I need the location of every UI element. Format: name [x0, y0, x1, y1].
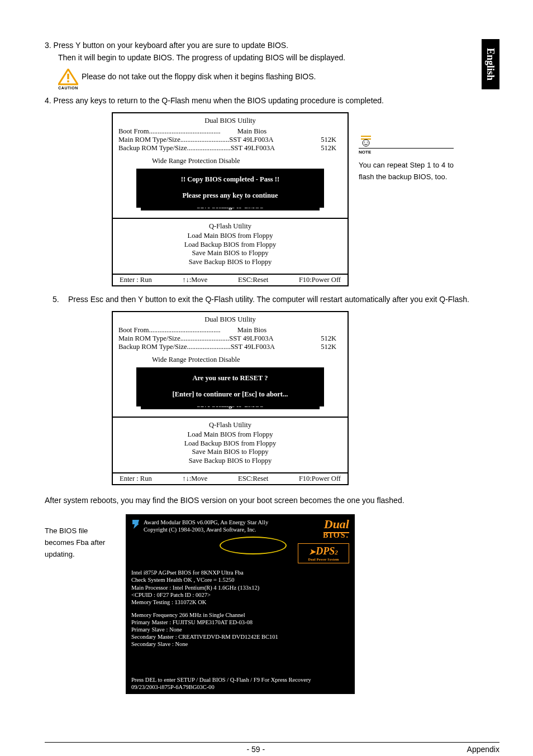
- bios-footer-esc: ESC:Reset: [238, 475, 268, 483]
- post-line: Secondary Master : CREATIVEDVD-RM DVD124…: [126, 633, 355, 640]
- bios-dialog-copy: !! Copy BIOS completed - Pass !! Please …: [136, 169, 324, 208]
- bios-cutoff-text: Save Settings to CMOS: [141, 406, 320, 409]
- bios-boot-from: Boot From...............................…: [118, 326, 342, 334]
- dialog2-line1: Are you sure to RESET ?: [141, 374, 320, 382]
- bios-boot-from: Boot From...............................…: [118, 127, 342, 136]
- bios-main-rom: Main ROM Type/Size......................…: [118, 136, 342, 144]
- qflash-menu: Load Main BIOS from Floppy Load Backup B…: [118, 231, 342, 269]
- post-screen: Award Modular BIOS v6.00PG, An Energy St…: [126, 514, 355, 694]
- step5: 5. Press Esc and then Y button to exit t…: [53, 293, 499, 305]
- note-label: NOTE: [359, 148, 454, 156]
- post-line: Memory Testing : 131072K OK: [126, 599, 355, 606]
- after-reboot-text: After system reboots, you may find the B…: [45, 494, 499, 506]
- step5-text: Press Esc and then Y button to exit the …: [68, 293, 469, 305]
- bios-panel-1: Dual BIOS Utility Boot From.............…: [112, 112, 349, 286]
- dialog1-line1: !! Copy BIOS completed - Pass !!: [141, 175, 320, 184]
- qflash-menu: Load Main BIOS from Floppy Load Backup B…: [118, 429, 342, 468]
- qflash-menu-item: Load Main BIOS from Floppy: [118, 232, 342, 241]
- dialog1-line2: Please press any key to continue: [141, 192, 320, 200]
- bios-footer-f10: F10:Power Off: [299, 475, 341, 483]
- qflash-menu-item: Save Backup BIOS to Floppy: [118, 258, 342, 267]
- qflash-title: Q-Flash Utility: [118, 221, 342, 231]
- bios-footer-enter: Enter : Run: [120, 276, 152, 284]
- post-line: Primary Slave : None: [126, 626, 355, 633]
- svg-point-5: [367, 142, 368, 143]
- note-text: You can repeat Step 1 to 4 to flash the …: [359, 160, 454, 183]
- post-line: Main Processor : Intel Pentium(R) 4 1.6G…: [126, 584, 355, 591]
- bios-footer-move: ↑↓:Move: [182, 475, 207, 483]
- svg-rect-2: [67, 80, 69, 82]
- qflash-menu-item: Load Backup BIOS from Floppy: [118, 439, 342, 448]
- qflash-menu-item: Save Main BIOS to Floppy: [118, 448, 342, 457]
- note-icon: [359, 133, 373, 147]
- post-line: Press DEL to enter SETUP / Dual BIOS / Q…: [126, 676, 355, 683]
- bios-footer-enter: Enter : Run: [120, 475, 152, 483]
- note-box: NOTE You can repeat Step 1 to 4 to flash…: [359, 112, 454, 183]
- page: English 3. Press Y button on your keyboa…: [0, 0, 533, 756]
- dps-logo: ➤DPS2 Dual Power System: [298, 543, 349, 563]
- bios-footer-esc: ESC:Reset: [238, 276, 268, 284]
- caution-icon: CAUTION: [58, 69, 78, 90]
- bios-dialog-reset: Are you sure to RESET ? [Enter] to conti…: [136, 367, 324, 406]
- energy-star-icon: [131, 519, 140, 529]
- page-footer: - 59 - Appendix: [45, 742, 499, 754]
- post-header-1: Award Modular BIOS v6.00PG, An Energy St…: [144, 519, 268, 526]
- post-line: Intel i875P AGPset BIOS for 8KNXP Ultra …: [126, 569, 355, 576]
- bios-cutoff-text: Save Settings to CMOS: [141, 208, 320, 210]
- bios-footer-f10: F10:Power Off: [299, 276, 341, 284]
- bios-main-rom: Main ROM Type/Size......................…: [118, 334, 342, 343]
- bios-backup-rom: Backup ROM Type/Size....................…: [118, 343, 342, 351]
- step4: 4. Press any keys to return to the Q-Fla…: [45, 94, 499, 107]
- bios-file-note: The BIOS file becomes Fba after updating…: [45, 514, 115, 694]
- section-name: Appendix: [467, 745, 499, 754]
- qflash-menu-item: Save Main BIOS to Floppy: [118, 249, 342, 258]
- language-tab: English: [482, 39, 499, 89]
- bios-title: Dual BIOS Utility: [118, 314, 342, 326]
- page-number: - 59 -: [246, 745, 265, 754]
- post-line: Secondary Slave : None: [126, 640, 355, 648]
- svg-rect-1: [67, 74, 69, 79]
- bios-title: Dual BIOS Utility: [118, 116, 342, 127]
- post-line: Check System Health OK , VCore = 1.5250: [126, 576, 355, 583]
- svg-point-3: [363, 140, 369, 146]
- post-line: <CPUID : 0F27 Patch ID : 0027>: [126, 591, 355, 599]
- bios-panel-2: Dual BIOS Utility Boot From.............…: [112, 311, 349, 485]
- post-header-2: Copyright (C) 1984-2003, Award Software,…: [144, 526, 268, 533]
- bios-wide-range: Wide Range Protection Disable: [118, 356, 342, 364]
- qflash-menu-item: Save Backup BIOS to Floppy: [118, 457, 342, 466]
- bios-wide-range: Wide Range Protection Disable: [118, 157, 342, 165]
- qflash-menu-item: Load Main BIOS from Floppy: [118, 430, 342, 439]
- dialog2-line2: [Enter] to continure or [Esc] to abort..…: [141, 390, 320, 399]
- caution-row: CAUTION Please do not take out the flopp…: [58, 69, 499, 90]
- qflash-title: Q-Flash Utility: [118, 420, 342, 429]
- post-line: Memory Frequency 266 MHz in Single Chann…: [126, 611, 355, 619]
- step3-line2: Then it will begin to update BIOS. The p…: [58, 51, 499, 64]
- dual-bios-logo: Dual BIOS.: [298, 519, 349, 540]
- svg-point-4: [364, 142, 365, 143]
- step3-line1: 3. Press Y button on your keyboard after…: [45, 39, 499, 51]
- caution-label: CAUTION: [58, 86, 78, 90]
- step5-number: 5.: [53, 293, 60, 305]
- bios-footer: Enter : Run ↑↓:Move ESC:Reset F10:Power …: [113, 275, 348, 285]
- bios-footer-move: ↑↓:Move: [182, 276, 207, 284]
- caution-text: Please do not take out the floppy disk w…: [82, 69, 316, 81]
- bios-backup-rom: Backup ROM Type/Size....................…: [118, 144, 342, 152]
- qflash-menu-item: Load Backup BIOS from Floppy: [118, 241, 342, 250]
- post-line: Primary Master : FUJITSU MPE3170AT ED-03…: [126, 619, 355, 626]
- post-line: 09/23/2003-i875P-6A79BG03C-00: [126, 683, 355, 691]
- bios-footer: Enter : Run ↑↓:Move ESC:Reset F10:Power …: [113, 473, 348, 484]
